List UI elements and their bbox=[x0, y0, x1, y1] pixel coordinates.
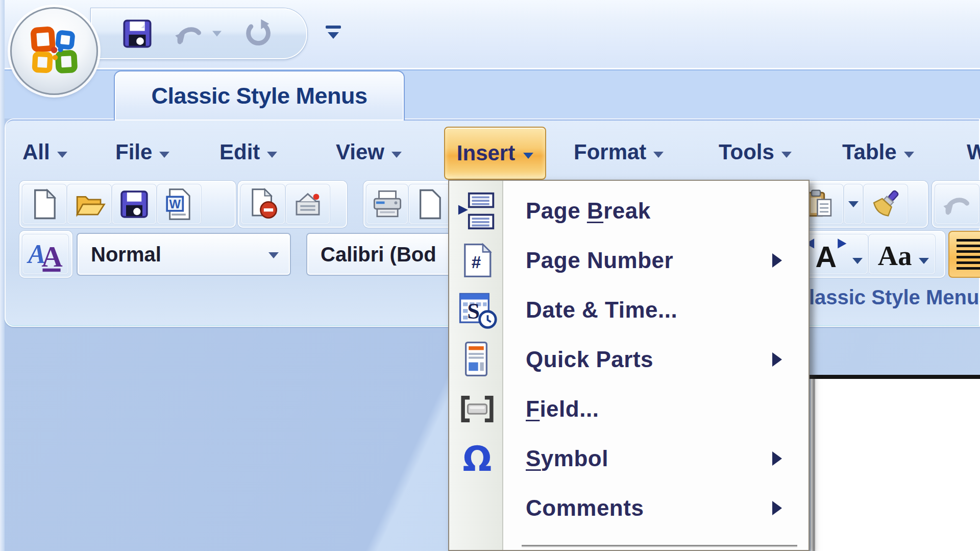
menubar-item-all[interactable]: All bbox=[22, 126, 67, 179]
font-select-value: Calibri (Bod bbox=[307, 243, 436, 266]
chevron-down-icon bbox=[904, 152, 914, 158]
office-logo-icon bbox=[28, 25, 81, 78]
clipped-page-icon bbox=[413, 187, 447, 221]
submenu-arrow-icon bbox=[772, 451, 782, 466]
scale-text-icon: A bbox=[804, 236, 851, 272]
quick-parts-icon bbox=[457, 341, 495, 378]
change-case-aa-icon: Aa bbox=[875, 236, 919, 272]
change-case-button[interactable]: Aa bbox=[868, 234, 936, 275]
page-break-icon bbox=[457, 191, 496, 230]
menu-item-comments[interactable]: Comments bbox=[449, 483, 808, 533]
print-preview-button-clipped[interactable] bbox=[408, 184, 451, 225]
menu-item-quick-parts[interactable]: Quick Parts bbox=[449, 334, 808, 384]
menubar-item-edit[interactable]: Edit bbox=[219, 126, 277, 179]
svg-text:W: W bbox=[169, 197, 181, 211]
page-top-border bbox=[809, 375, 980, 379]
print-icon bbox=[371, 187, 404, 221]
styles-aa-icon: A A bbox=[27, 235, 64, 273]
toolbar-group-text-tools: A Aa bbox=[796, 231, 945, 278]
customize-quick-access-icon[interactable] bbox=[322, 17, 345, 47]
insert-dropdown-menu: Page Break # Page Number S Date & Time..… bbox=[448, 180, 810, 551]
line-spacing-lines-icon bbox=[957, 239, 980, 242]
menubar-item-view[interactable]: View bbox=[336, 126, 402, 179]
chevron-down-icon bbox=[391, 152, 402, 158]
submenu-arrow-icon bbox=[772, 501, 782, 515]
undo-dropdown-arrow-icon[interactable] bbox=[212, 31, 222, 37]
menubar-item-table[interactable]: Table bbox=[842, 126, 914, 179]
menu-item-field[interactable]: Field... bbox=[449, 384, 808, 434]
submenu-arrow-icon bbox=[772, 253, 782, 268]
menubar-item-window-clipped[interactable]: W bbox=[967, 126, 980, 179]
tab-label: Classic Style Menus bbox=[151, 83, 367, 109]
submenu-arrow-icon bbox=[772, 352, 782, 367]
chevron-down-icon bbox=[653, 152, 664, 158]
open-folder-icon bbox=[72, 187, 107, 221]
chevron-down-icon bbox=[267, 152, 277, 158]
format-painter-icon bbox=[868, 187, 903, 222]
page-edge-line bbox=[813, 379, 815, 551]
menubar-item-format[interactable]: Format bbox=[574, 126, 664, 179]
menubar-item-file[interactable]: File bbox=[115, 126, 169, 179]
undo-disabled-button[interactable] bbox=[935, 184, 979, 225]
svg-text:Ω: Ω bbox=[463, 439, 492, 478]
menu-separator bbox=[522, 545, 797, 547]
word-document-icon: W bbox=[162, 187, 196, 221]
svg-text:S: S bbox=[467, 298, 480, 323]
date-time-icon: S bbox=[457, 290, 497, 330]
block-document-icon bbox=[246, 187, 280, 221]
chevron-down-icon bbox=[57, 152, 67, 158]
line-spacing-button-active[interactable] bbox=[948, 231, 980, 278]
mail-button[interactable] bbox=[285, 184, 330, 225]
new-document-icon bbox=[28, 187, 61, 221]
redo-icon[interactable] bbox=[243, 18, 274, 49]
menu-item-symbol[interactable]: Ω Symbol bbox=[449, 434, 808, 483]
quick-access-toolbar bbox=[91, 8, 307, 59]
menubar-item-tools[interactable]: Tools bbox=[719, 126, 792, 179]
word-2007-window: { "app": { "tab_label": "Classic Style M… bbox=[0, 0, 980, 551]
document-page[interactable] bbox=[811, 379, 980, 551]
ribbon-group-label: Classic Style Menus bbox=[794, 286, 980, 313]
svg-text:Aa: Aa bbox=[878, 240, 912, 271]
chevron-down-icon bbox=[268, 252, 279, 258]
symbol-omega-icon: Ω bbox=[457, 439, 497, 478]
page-number-icon: # bbox=[457, 242, 495, 279]
word-document-button[interactable]: W bbox=[157, 184, 202, 225]
new-document-button[interactable] bbox=[22, 184, 67, 225]
menu-item-page-break[interactable]: Page Break bbox=[449, 186, 808, 235]
style-select[interactable]: Normal bbox=[77, 233, 291, 276]
menu-item-page-number[interactable]: # Page Number bbox=[449, 235, 808, 285]
toolbar-group-mail bbox=[238, 181, 347, 228]
svg-text:A: A bbox=[41, 241, 62, 273]
undo-disabled-icon bbox=[941, 190, 973, 219]
style-select-value: Normal bbox=[78, 243, 161, 266]
field-icon bbox=[457, 389, 497, 429]
undo-icon[interactable] bbox=[173, 19, 205, 48]
mail-envelope-icon bbox=[291, 187, 325, 221]
tab-classic-style-menus[interactable]: Classic Style Menus bbox=[114, 70, 405, 121]
chevron-down-icon bbox=[159, 152, 169, 158]
paste-dropdown-button[interactable] bbox=[844, 184, 863, 225]
toolbar-group-undo bbox=[932, 181, 980, 228]
svg-text:A: A bbox=[815, 241, 837, 272]
chevron-down-icon bbox=[523, 153, 533, 159]
toolbar-group-print bbox=[363, 181, 453, 228]
format-painter-button[interactable] bbox=[863, 184, 908, 225]
styles-button[interactable]: A A bbox=[19, 231, 72, 278]
paste-dropdown-arrow-icon bbox=[848, 201, 859, 207]
menu-item-date-time[interactable]: S Date & Time... bbox=[449, 285, 808, 334]
office-button[interactable] bbox=[10, 7, 98, 95]
chevron-down-icon bbox=[781, 152, 792, 158]
window-left-edge bbox=[0, 0, 5, 551]
toolbar-group-file-ops: W bbox=[19, 181, 236, 228]
save-button[interactable] bbox=[112, 184, 157, 225]
save-icon[interactable] bbox=[120, 17, 154, 51]
menubar-item-insert-active[interactable]: Insert bbox=[444, 127, 546, 180]
open-button[interactable] bbox=[67, 184, 112, 225]
toolbar-group-clipboard bbox=[796, 181, 928, 228]
print-button[interactable] bbox=[366, 184, 408, 225]
save-icon bbox=[118, 188, 151, 221]
svg-text:#: # bbox=[472, 252, 481, 271]
block-document-button[interactable] bbox=[240, 184, 285, 225]
